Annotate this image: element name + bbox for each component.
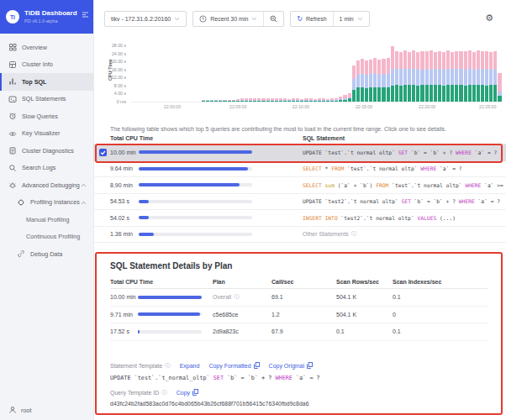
- sql-statement-text: SELECT sum (`a` + `b`) FROM `test`.`t_no…: [303, 182, 506, 188]
- chevron-down-icon: [251, 17, 257, 21]
- sidebar-item-top-sql[interactable]: Top SQL: [0, 73, 93, 91]
- cpu-time-chart: CPU Time 28.00 s24.00 s20.00 s16.00 s12.…: [93, 40, 506, 114]
- sidebar-item-manual-profiling[interactable]: Manual Profiling: [0, 211, 93, 228]
- plan-value: Overall: [213, 294, 231, 300]
- header-scan-indexes-sec: Scan Indexes/sec: [393, 279, 488, 285]
- table-row[interactable]: 54.53 s UPDATE `test2`.`t_normal_oltp` S…: [93, 194, 506, 211]
- sidebar-item-label: Cluster Info: [22, 60, 53, 68]
- info-icon: ⓘ: [234, 293, 240, 301]
- row-checkbox[interactable]: [99, 149, 107, 156]
- sidebar-item-cluster-diagnostics[interactable]: Cluster Diagnostics: [0, 142, 93, 160]
- call-sec-value: 1.2: [271, 312, 336, 318]
- sidebar-item-label: Advanced Debugging: [22, 181, 80, 189]
- cpu-bar: [139, 216, 252, 219]
- cpu-bar: [138, 330, 202, 333]
- sidebar-item-cluster-info[interactable]: Cluster Info: [0, 56, 93, 74]
- sql-statement-text: INSERT INTO `test2`.`t_normal_oltp` VALU…: [303, 215, 506, 221]
- sidebar-item-label: Search Logs: [22, 164, 55, 171]
- cpu-time-value: 17.52 s: [110, 328, 138, 334]
- other-statements-label: Other Statements: [303, 231, 349, 237]
- query-template-id-value: d43fc24b2fad583ac0d76c4bd065b43b26cf688f…: [110, 401, 488, 407]
- sidebar-item-label: Slow Queries: [22, 113, 58, 120]
- instance-select[interactable]: tikv - 172.31.6.2:20160: [104, 11, 187, 27]
- header-sql-statement: SQL Statement: [303, 135, 506, 141]
- scan-rows-value: 0.1: [336, 328, 393, 334]
- time-range-control: Recent 30 min: [192, 11, 284, 27]
- cpu-bar: [139, 200, 252, 203]
- sidebar-item-label: SQL Statements: [22, 95, 66, 102]
- grid-icon: [8, 43, 18, 51]
- app-title: TiDB Dashboard: [24, 9, 77, 18]
- chevron-down-icon: [357, 17, 363, 21]
- time-range-value: Recent 30 min: [210, 16, 248, 22]
- bug-icon: [8, 181, 18, 189]
- zoom-out-icon: [270, 15, 277, 23]
- chevron-down-icon: [174, 17, 180, 21]
- chart-x-axis: 22:00:0022:05:0022:10:0022:15:0022:20:00…: [130, 104, 502, 113]
- table-row[interactable]: 1.36 min Other Statementsⓘ: [93, 227, 506, 244]
- toolbar: tikv - 172.31.6.2:20160 Recent 30 min ↻: [104, 11, 370, 27]
- sidebar-item-slow-queries[interactable]: Slow Queries: [0, 108, 93, 125]
- sidebar-item-profiling-instances[interactable]: Profiling Instances: [0, 194, 93, 212]
- cpu-time-value: 9.71 min: [110, 312, 138, 318]
- sidebar: Ti TiDB Dashboard PD v6.1.0-alpha Overvi…: [0, 0, 94, 420]
- header-plan: Plan: [213, 279, 271, 285]
- copy-formatted-button[interactable]: Copy Formatted: [208, 362, 259, 369]
- refresh-label: Refresh: [306, 16, 327, 22]
- scan-rows-value: 504.1 K: [336, 312, 393, 318]
- sidebar-item-continuous-profiling[interactable]: Continuous Profiling: [0, 228, 93, 246]
- sidebar-item-search-logs[interactable]: Search Logs: [0, 160, 93, 177]
- cpu-bar: [139, 183, 252, 186]
- sidebar-item-sql-statements[interactable]: SQL Statements: [0, 91, 93, 108]
- settings-gear-icon[interactable]: ⚙: [485, 13, 493, 23]
- copy-button[interactable]: Copy: [177, 389, 198, 396]
- chevron-up-icon: [81, 201, 87, 205]
- chevron-up-icon: [81, 183, 87, 187]
- sidebar-item-label: Key Visualizer: [22, 129, 60, 137]
- sidebar-item-label: Continuous Profiling: [26, 233, 80, 240]
- cluster-icon: [8, 60, 18, 69]
- time-range-select[interactable]: Recent 30 min: [193, 12, 263, 26]
- sidebar-item-key-visualizer[interactable]: Key Visualizer: [0, 125, 93, 143]
- sidebar-item-label: Top SQL: [22, 78, 46, 86]
- table-row[interactable]: 54.02 s INSERT INTO `test2`.`t_normal_ol…: [93, 210, 506, 227]
- table-row[interactable]: 9.64 min SELECT * FROM `test`.`t_normal_…: [93, 161, 506, 178]
- expand-button[interactable]: Expand: [180, 363, 200, 369]
- sidebar-item-debug-data[interactable]: Debug Data: [0, 245, 93, 263]
- details-row[interactable]: 10.00 min Overallⓘ 69.1 504.1 K 0.1: [110, 289, 488, 307]
- details-header-row: Total CPU Time Plan Call/sec Scan Rows/s…: [110, 276, 488, 289]
- sidebar-item-advanced-debugging[interactable]: Advanced Debugging: [0, 176, 93, 194]
- table-row[interactable]: 8.90 min SELECT sum (`a` + `b`) FROM `te…: [93, 177, 506, 194]
- scan-indexes-value: 0: [393, 312, 488, 318]
- alarm-clock-icon: [8, 112, 18, 120]
- statement-template-label: Statement Template: [110, 363, 162, 369]
- cpu-time-value: 1.36 min: [110, 231, 139, 237]
- refresh-control: ↻ Refresh 1 min: [290, 11, 369, 27]
- link-icon: [17, 249, 26, 258]
- refresh-button[interactable]: ↻ Refresh: [291, 12, 332, 26]
- call-sec-value: 67.9: [271, 328, 336, 334]
- chart-y-axis: 28.00 s24.00 s20.00 s16.00 s12.00 s8.00 …: [93, 45, 128, 102]
- collapse-sidebar-icon[interactable]: [82, 11, 89, 18]
- call-sec-value: 69.1: [271, 294, 336, 300]
- scan-indexes-value: 0.1: [393, 328, 488, 334]
- details-row[interactable]: 17.52 s 2d9a823c 67.9 0.1 0.1: [110, 323, 488, 341]
- details-row[interactable]: 9.71 min c5e685ce 1.2 504.1 K 0: [110, 307, 488, 324]
- search-icon: [8, 164, 18, 172]
- table-row[interactable]: 10.00 min UPDATE `test`.`t_normal_oltp` …: [93, 144, 506, 161]
- main-content: tikv - 172.31.6.2:20160 Recent 30 min ↻: [93, 0, 506, 420]
- refresh-interval-select[interactable]: 1 min: [334, 12, 369, 26]
- sidebar-nav: Overview Cluster Info Top SQL SQL Statem…: [0, 34, 93, 263]
- zoom-out-button[interactable]: [264, 12, 283, 26]
- target-icon: [17, 198, 26, 207]
- sql-statement-text: SELECT * FROM `test`.`t_normal_oltp` WHE…: [303, 165, 506, 171]
- app-version: PD v6.1.0-alpha: [24, 18, 77, 24]
- sidebar-item-overview[interactable]: Overview: [0, 39, 93, 56]
- copy-original-button[interactable]: Copy Original: [269, 362, 313, 369]
- chart-plot-area[interactable]: [130, 45, 502, 102]
- plan-value: c5e685ce: [213, 312, 271, 318]
- cpu-time-value: 10.00 min: [110, 294, 138, 300]
- query-template-id-label: Query Template ID: [110, 390, 159, 396]
- user-menu[interactable]: root: [0, 406, 102, 414]
- chart-bars[interactable]: [202, 45, 501, 102]
